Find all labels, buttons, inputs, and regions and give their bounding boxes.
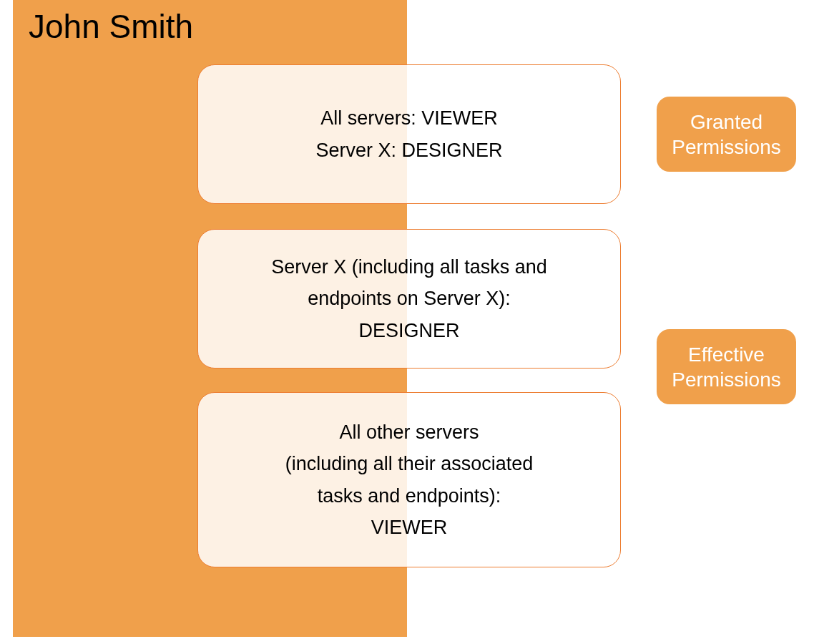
effective-label-line-2: Permissions	[672, 367, 780, 392]
effective2-line-4: VIEWER	[371, 514, 448, 540]
granted-line-1: All servers: VIEWER	[320, 105, 498, 131]
effective2-line-3: tasks and endpoints):	[318, 483, 501, 509]
effective-permissions-box-1: Server X (including all tasks and endpoi…	[197, 229, 621, 369]
effective-permissions-box-2: All other servers (including all their a…	[197, 392, 621, 567]
effective-permissions-label: Effective Permissions	[657, 329, 796, 404]
effective1-line-1: Server X (including all tasks and	[271, 254, 547, 280]
effective2-line-1: All other servers	[339, 419, 479, 445]
effective1-line-3: DESIGNER	[358, 318, 459, 343]
effective2-line-2: (including all their associated	[285, 451, 534, 477]
granted-line-2: Server X: DESIGNER	[315, 137, 502, 163]
effective-label-line-1: Effective	[688, 342, 765, 367]
granted-label-line-2: Permissions	[672, 135, 780, 160]
granted-permissions-box: All servers: VIEWER Server X: DESIGNER	[197, 64, 621, 204]
granted-permissions-label: Granted Permissions	[657, 97, 796, 172]
user-name-heading: John Smith	[29, 7, 193, 46]
effective1-line-2: endpoints on Server X):	[308, 286, 511, 311]
granted-label-line-1: Granted	[690, 109, 762, 135]
